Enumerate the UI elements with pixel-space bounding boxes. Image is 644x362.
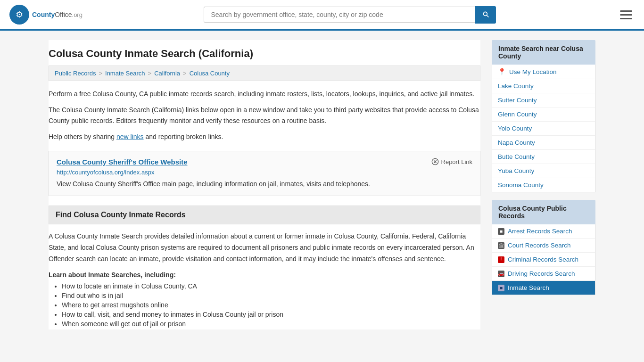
breadcrumb-colusa-county[interactable]: Colusa County bbox=[190, 70, 230, 77]
sidebar-nearby-section: Inmate Search near Colusa County 📍 Use M… bbox=[492, 40, 595, 192]
intro3-prefix: Help others by sharing bbox=[49, 133, 116, 140]
sidebar-public-records-section: Colusa County Public Records ■ Arrest Re… bbox=[492, 200, 595, 295]
search-icon bbox=[482, 10, 489, 18]
sidebar-item-butte-county[interactable]: Butte County bbox=[492, 150, 595, 164]
sidebar-item-inmate-search[interactable]: ■ Inmate Search bbox=[492, 281, 595, 295]
find-records-body: A Colusa County Inmate Search provides d… bbox=[49, 231, 480, 264]
search-button[interactable] bbox=[475, 6, 496, 24]
criminal-records-link[interactable]: Criminal Records Search bbox=[508, 256, 578, 263]
report-link-button[interactable]: Report Link bbox=[431, 158, 472, 165]
learn-bullets: How to locate an inmate in Colusa County… bbox=[49, 282, 480, 328]
sidebar-item-yolo-county[interactable]: Yolo County bbox=[492, 122, 595, 136]
page-title: Colusa County Inmate Search (California) bbox=[49, 40, 480, 66]
sidebar-item-arrest-records[interactable]: ■ Arrest Records Search bbox=[492, 224, 595, 239]
breadcrumb-sep: > bbox=[99, 70, 102, 77]
find-records-header: Find Colusa County Inmate Records bbox=[49, 206, 480, 224]
breadcrumb-inmate-search[interactable]: Inmate Search bbox=[105, 70, 145, 77]
list-item: Where to get arrest mugshots online bbox=[62, 301, 480, 309]
learn-header: Learn about Inmate Searches, including: bbox=[49, 271, 480, 279]
menu-line bbox=[620, 10, 632, 12]
arrest-records-link[interactable]: Arrest Records Search bbox=[508, 228, 572, 235]
sidebar-item-sutter-county[interactable]: Sutter County bbox=[492, 93, 595, 107]
intro-paragraph-2: The Colusa County Inmate Search (Califor… bbox=[49, 105, 480, 126]
logo-text: CountyOffice.org bbox=[32, 11, 83, 18]
menu-line bbox=[620, 18, 632, 19]
nearby-header-text: Inmate Search near Colusa County bbox=[498, 45, 583, 60]
menu-line bbox=[620, 14, 632, 16]
sidebar: Inmate Search near Colusa County 📍 Use M… bbox=[492, 40, 595, 329]
new-links-link[interactable]: new links bbox=[116, 133, 144, 140]
butte-county-link[interactable]: Butte County bbox=[498, 153, 535, 160]
napa-county-link[interactable]: Napa County bbox=[498, 139, 535, 146]
sidebar-item-driving-records[interactable]: 🚗 Driving Records Search bbox=[492, 267, 595, 281]
inmate-search-link[interactable]: Inmate Search bbox=[508, 284, 549, 291]
public-records-header-text: Colusa County Public Records bbox=[498, 205, 567, 220]
sidebar-nearby-header: Inmate Search near Colusa County bbox=[492, 40, 595, 65]
use-my-location-link[interactable]: Use My Location bbox=[509, 68, 557, 75]
yolo-county-link[interactable]: Yolo County bbox=[498, 125, 532, 132]
site-header: ⚙ CountyOffice.org bbox=[0, 0, 644, 31]
sidebar-nearby-list: 📍 Use My Location Lake County Sutter Cou… bbox=[492, 65, 595, 192]
list-item: When someone will get out of jail or pri… bbox=[62, 320, 480, 328]
sidebar-item-yuba-county[interactable]: Yuba County bbox=[492, 164, 595, 178]
intro3-suffix: and reporting broken links. bbox=[144, 133, 223, 140]
breadcrumb-sep: > bbox=[183, 70, 187, 77]
court-records-link[interactable]: Court Records Search bbox=[508, 242, 571, 249]
driving-records-link[interactable]: Driving Records Search bbox=[508, 270, 575, 277]
sidebar-item-sonoma-county[interactable]: Sonoma County bbox=[492, 178, 595, 192]
intro-paragraph-3: Help others by sharing new links and rep… bbox=[49, 132, 480, 142]
report-link-icon bbox=[431, 158, 439, 165]
sonoma-county-link[interactable]: Sonoma County bbox=[498, 181, 544, 189]
yuba-county-link[interactable]: Yuba County bbox=[498, 167, 534, 174]
link-card-description: View Colusa County Sheriff's Office main… bbox=[57, 179, 472, 189]
logo-icon: ⚙ bbox=[9, 5, 29, 25]
list-item: Find out who is in jail bbox=[62, 292, 480, 299]
list-item: How to call, visit, and send money to in… bbox=[62, 311, 480, 318]
sidebar-item-court-records[interactable]: 🏛 Court Records Search bbox=[492, 239, 595, 253]
court-records-icon: 🏛 bbox=[498, 242, 504, 249]
sidebar-public-records-header: Colusa County Public Records bbox=[492, 200, 595, 224]
breadcrumb-sep: > bbox=[148, 70, 152, 77]
find-records-section: Find Colusa County Inmate Records A Colu… bbox=[49, 206, 480, 328]
criminal-records-icon: ! bbox=[498, 256, 504, 263]
sidebar-item-napa-county[interactable]: Napa County bbox=[492, 136, 595, 150]
sutter-county-link[interactable]: Sutter County bbox=[498, 97, 537, 104]
location-pin-icon: 📍 bbox=[498, 68, 506, 75]
link-card-title[interactable]: Colusa County Sheriff's Office Website bbox=[57, 158, 188, 166]
hamburger-menu-button[interactable] bbox=[618, 8, 635, 22]
link-card-header: Colusa County Sheriff's Office Website R… bbox=[57, 158, 472, 166]
sidebar-item-lake-county[interactable]: Lake County bbox=[492, 79, 595, 93]
driving-records-icon: 🚗 bbox=[498, 271, 504, 277]
list-item: How to locate an inmate in Colusa County… bbox=[62, 282, 480, 290]
lake-county-link[interactable]: Lake County bbox=[498, 82, 534, 90]
logo-area: ⚙ CountyOffice.org bbox=[9, 5, 83, 25]
search-input[interactable] bbox=[204, 7, 475, 23]
search-bar bbox=[204, 6, 496, 24]
link-card-url[interactable]: http://countyofcolusa.org/index.aspx bbox=[57, 169, 472, 176]
report-link-label: Report Link bbox=[441, 158, 472, 165]
glenn-county-link[interactable]: Glenn County bbox=[498, 111, 537, 118]
sidebar-item-criminal-records[interactable]: ! Criminal Records Search bbox=[492, 253, 595, 267]
breadcrumb-public-records[interactable]: Public Records bbox=[55, 70, 96, 77]
breadcrumb-california[interactable]: California bbox=[154, 70, 180, 77]
link-card: Colusa County Sheriff's Office Website R… bbox=[49, 151, 480, 196]
inmate-search-icon: ■ bbox=[498, 285, 504, 291]
intro-paragraph-1: Perform a free Colusa County, CA public … bbox=[49, 89, 480, 99]
sidebar-item-glenn-county[interactable]: Glenn County bbox=[492, 107, 595, 122]
sidebar-public-records-list: ■ Arrest Records Search 🏛 Court Records … bbox=[492, 224, 595, 295]
arrest-records-icon: ■ bbox=[498, 228, 504, 235]
sidebar-use-location[interactable]: 📍 Use My Location bbox=[492, 65, 595, 79]
main-layout: Colusa County Inmate Search (California)… bbox=[39, 31, 605, 339]
breadcrumb: Public Records > Inmate Search > Califor… bbox=[49, 66, 480, 81]
main-content: Colusa County Inmate Search (California)… bbox=[49, 40, 480, 329]
